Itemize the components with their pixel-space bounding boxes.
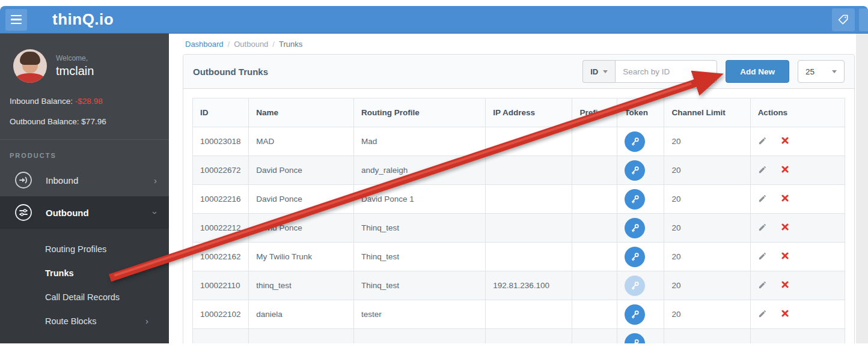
outbound-icon bbox=[14, 204, 32, 222]
cell-routing-profile: Thinq_test bbox=[353, 271, 485, 300]
cell-actions bbox=[750, 271, 845, 300]
sidebar-subitem-route-blocks[interactable]: Route Blocks› bbox=[0, 309, 169, 333]
divider bbox=[0, 139, 169, 140]
cell-id: 100022212 bbox=[193, 214, 249, 243]
delete-x-icon[interactable] bbox=[781, 137, 789, 146]
cell-channel-limit: 20 bbox=[664, 271, 750, 300]
cell-id: 100022162 bbox=[193, 243, 249, 271]
cell-prefix bbox=[572, 214, 617, 243]
breadcrumb-separator: / bbox=[272, 40, 275, 49]
cell-token bbox=[617, 127, 664, 156]
delete-x-icon[interactable] bbox=[781, 310, 789, 319]
sidebar-item-inbound[interactable]: Inbound › bbox=[0, 164, 169, 196]
cell-routing-profile bbox=[353, 329, 485, 344]
cell-id: 100022672 bbox=[193, 156, 249, 185]
breadcrumb: Dashboard/Outbound/Trunks bbox=[185, 40, 868, 52]
chevron-right-icon: › bbox=[154, 176, 157, 185]
search-field-selector[interactable]: ID bbox=[582, 60, 615, 83]
cell-id: 100022110 bbox=[193, 271, 249, 300]
app-logo[interactable]: thinQ.io bbox=[52, 10, 114, 29]
column-header-actions: Actions bbox=[750, 98, 845, 127]
cell-channel-limit bbox=[664, 329, 750, 344]
key-icon[interactable] bbox=[625, 131, 645, 152]
page-size-select[interactable]: 25 bbox=[798, 60, 845, 83]
cell-ip-address bbox=[486, 243, 572, 271]
table-row: 100022102danielatester20 bbox=[193, 300, 845, 329]
edit-pencil-icon[interactable] bbox=[758, 194, 767, 205]
cell-ip-address: 192.81.236.100 bbox=[486, 271, 572, 300]
add-new-button[interactable]: Add New bbox=[726, 60, 789, 83]
cell-routing-profile: andy_raleigh bbox=[353, 156, 485, 185]
delete-x-icon[interactable] bbox=[781, 281, 789, 290]
caret-down-icon bbox=[832, 70, 837, 73]
cell-prefix bbox=[572, 300, 617, 329]
cell-ip-address bbox=[486, 156, 572, 185]
outbound-balance-value: $77.96 bbox=[81, 117, 106, 126]
cell-token bbox=[617, 156, 664, 185]
delete-x-icon[interactable] bbox=[781, 252, 789, 261]
sidebar-subitem-trunks[interactable]: Trunks bbox=[0, 261, 169, 285]
search-input[interactable] bbox=[615, 60, 717, 83]
table-row bbox=[193, 329, 845, 344]
key-icon[interactable] bbox=[625, 160, 645, 181]
cell-id: 100022102 bbox=[193, 300, 249, 329]
sidebar-subitem-routing-profiles[interactable]: Routing Profiles bbox=[0, 237, 169, 261]
page-title: Outbound Trunks bbox=[193, 67, 582, 77]
kebab-menu-icon[interactable] bbox=[859, 8, 868, 31]
cell-channel-limit: 20 bbox=[664, 156, 750, 185]
avatar[interactable] bbox=[13, 49, 47, 83]
breadcrumb-item-dashboard[interactable]: Dashboard bbox=[185, 40, 224, 49]
table-row: 100022216David PonceDavid Ponce 120 bbox=[193, 185, 845, 214]
panel-heading: Outbound Trunks ID Add New 25 bbox=[183, 55, 854, 89]
cell-routing-profile: Mad bbox=[353, 127, 485, 156]
column-header-ip-address: IP Address bbox=[486, 98, 572, 127]
cell-actions bbox=[750, 127, 845, 156]
key-icon[interactable] bbox=[625, 276, 645, 296]
cell-name bbox=[249, 329, 354, 344]
column-header-routing-profile: Routing Profile bbox=[353, 98, 485, 127]
key-icon[interactable] bbox=[625, 189, 645, 210]
delete-x-icon[interactable] bbox=[781, 223, 789, 232]
edit-pencil-icon[interactable] bbox=[758, 223, 767, 234]
edit-pencil-icon[interactable] bbox=[758, 136, 767, 147]
cell-name: David Ponce bbox=[249, 185, 354, 214]
trunks-table: IDNameRouting ProfileIP AddressPrefixTok… bbox=[192, 98, 845, 343]
sidebar-subitem-call-detail-records[interactable]: Call Detail Records bbox=[0, 285, 169, 309]
cell-channel-limit: 20 bbox=[664, 214, 750, 243]
key-icon[interactable] bbox=[625, 304, 645, 325]
column-header-id: ID bbox=[193, 98, 249, 127]
user-block: Welcome, tmclain bbox=[0, 34, 169, 83]
sidebar-item-outbound[interactable]: Outbound › bbox=[0, 196, 169, 229]
menu-icon[interactable] bbox=[5, 9, 27, 31]
cell-routing-profile: Thinq_test bbox=[353, 243, 485, 271]
edit-pencil-icon[interactable] bbox=[758, 280, 767, 291]
key-icon[interactable] bbox=[625, 247, 645, 267]
caret-down-icon bbox=[603, 70, 608, 73]
sidebar-item-label: Outbound bbox=[46, 208, 154, 218]
cell-actions bbox=[750, 243, 845, 271]
cell-actions bbox=[750, 156, 845, 185]
key-icon[interactable] bbox=[625, 218, 645, 238]
cell-channel-limit: 20 bbox=[664, 127, 750, 156]
edit-pencil-icon[interactable] bbox=[758, 252, 767, 262]
cell-routing-profile: Thinq_test bbox=[353, 214, 485, 243]
cell-routing-profile: tester bbox=[353, 300, 485, 329]
tag-icon[interactable] bbox=[832, 8, 855, 31]
cell-prefix bbox=[572, 329, 617, 344]
cell-ip-address bbox=[486, 214, 572, 243]
delete-x-icon[interactable] bbox=[781, 195, 789, 204]
edit-pencil-icon[interactable] bbox=[758, 309, 767, 320]
chevron-down-icon: › bbox=[151, 211, 160, 214]
cell-prefix bbox=[572, 185, 617, 214]
cell-name: David Ponce bbox=[249, 156, 354, 185]
column-header-channel-limit: Channel Limit bbox=[664, 98, 750, 127]
breadcrumb-item-outbound[interactable]: Outbound bbox=[234, 40, 268, 49]
breadcrumb-item-trunks: Trunks bbox=[279, 40, 302, 49]
delete-x-icon[interactable] bbox=[781, 166, 789, 175]
scrollbar-track[interactable] bbox=[856, 34, 868, 343]
toolbar: ID Add New 25 bbox=[582, 60, 845, 83]
inbound-balance: Inbound Balance: -$28.98 bbox=[10, 91, 169, 112]
key-icon[interactable] bbox=[625, 333, 645, 344]
edit-pencil-icon[interactable] bbox=[758, 165, 767, 176]
sidebar: Welcome, tmclain Inbound Balance: -$28.9… bbox=[0, 34, 169, 343]
